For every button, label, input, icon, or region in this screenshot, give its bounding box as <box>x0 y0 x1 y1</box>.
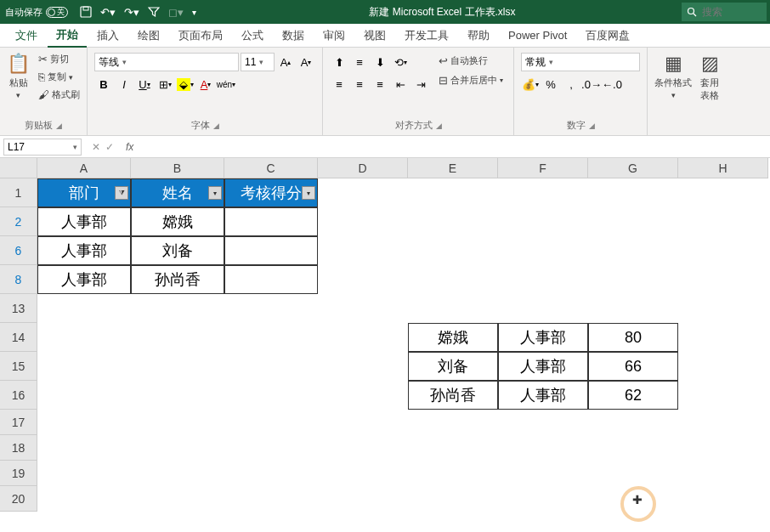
cell-B6[interactable]: 刘备 <box>131 236 224 265</box>
cell-A1[interactable]: 部门⧩ <box>37 178 131 207</box>
font-name-select[interactable]: 等线▾ <box>94 53 239 71</box>
row-header-19[interactable]: 19 <box>0 461 37 486</box>
align-top-button[interactable]: ⬆ <box>330 53 348 71</box>
cell-F16[interactable]: 人事部 <box>498 381 588 410</box>
tab-insert[interactable]: 插入 <box>88 25 127 47</box>
font-size-select[interactable]: 11▾ <box>241 53 275 71</box>
indent-inc-button[interactable]: ⇥ <box>411 75 430 93</box>
cell-E15[interactable]: 刘备 <box>408 352 498 381</box>
col-header-F[interactable]: F <box>498 158 588 178</box>
align-middle-button[interactable]: ≡ <box>350 53 369 71</box>
row-header-20[interactable]: 20 <box>0 486 37 512</box>
cell-E14[interactable]: 嫦娥 <box>408 323 498 352</box>
wrap-button[interactable]: ↩自动换行 <box>435 53 507 69</box>
align-launcher-icon[interactable]: ◢ <box>436 122 442 130</box>
col-header-B[interactable]: B <box>131 158 224 178</box>
bold-button[interactable]: B <box>94 75 113 93</box>
row-header-16[interactable]: 16 <box>0 381 37 410</box>
cond-format-button[interactable]: ▦条件格式▾ <box>651 51 695 101</box>
tab-home[interactable]: 开始 <box>48 24 87 48</box>
col-header-D[interactable]: D <box>318 158 408 178</box>
cell-B2[interactable]: 嫦娥 <box>131 207 224 236</box>
cell-A2[interactable]: 人事部 <box>37 207 131 236</box>
tab-review[interactable]: 审阅 <box>314 25 354 47</box>
italic-button[interactable]: I <box>115 75 133 93</box>
font-color-button[interactable]: A▾ <box>196 75 215 93</box>
cell-C1[interactable]: 考核得分▾ <box>224 178 318 207</box>
enter-icon[interactable]: ✓ <box>105 141 114 153</box>
painter-button[interactable]: 🖌格式刷 <box>35 87 83 103</box>
row-header-18[interactable]: 18 <box>0 435 37 461</box>
tab-baidu[interactable]: 百度网盘 <box>577 25 638 47</box>
cell-C6[interactable] <box>224 236 318 265</box>
row-header-14[interactable]: 14 <box>0 323 37 352</box>
tab-powerpivot[interactable]: Power Pivot <box>500 25 575 45</box>
border-button[interactable]: ⊞▾ <box>156 75 174 93</box>
cell-A8[interactable]: 人事部 <box>37 265 131 294</box>
increase-font-button[interactable]: A▴ <box>276 53 295 71</box>
search-box[interactable] <box>682 3 767 21</box>
col-header-G[interactable]: G <box>588 158 678 178</box>
tab-data[interactable]: 数据 <box>274 25 313 47</box>
comma-button[interactable]: , <box>562 75 580 93</box>
table-style-button[interactable]: ▨套用 表格 <box>697 51 722 104</box>
tab-draw[interactable]: 绘图 <box>129 25 168 47</box>
dec-decimal-button[interactable]: ←.0 <box>603 75 621 93</box>
row-header-8[interactable]: 8 <box>0 265 37 294</box>
merge-button[interactable]: ⊟合并后居中▾ <box>435 72 507 88</box>
font-launcher-icon[interactable]: ◢ <box>213 122 219 130</box>
copy-button[interactable]: ⎘复制▾ <box>35 69 83 85</box>
cell-G15[interactable]: 66 <box>588 352 678 381</box>
currency-button[interactable]: 💰▾ <box>521 75 540 93</box>
search-input[interactable] <box>702 6 753 18</box>
cell-B1[interactable]: 姓名▾ <box>131 178 224 207</box>
fill-color-button[interactable]: ⬙▾ <box>176 75 195 93</box>
tab-pagelayout[interactable]: 页面布局 <box>170 25 231 47</box>
cell-F14[interactable]: 人事部 <box>498 323 588 352</box>
shape-icon[interactable]: ◻▾ <box>168 6 184 19</box>
col-header-C[interactable]: C <box>224 158 318 178</box>
number-launcher-icon[interactable]: ◢ <box>589 122 595 130</box>
orientation-button[interactable]: ⟲▾ <box>391 53 410 71</box>
phonetic-button[interactable]: wén▾ <box>217 75 235 93</box>
fx-icon[interactable]: fx <box>121 141 139 153</box>
cell-E16[interactable]: 孙尚香 <box>408 381 498 410</box>
redo-icon[interactable]: ↷▾ <box>124 6 139 19</box>
cell-C2[interactable] <box>224 207 318 236</box>
qat-customize-icon[interactable]: ▾ <box>192 8 196 17</box>
cell-G16[interactable]: 62 <box>588 381 678 410</box>
cell-B8[interactable]: 孙尚香 <box>131 265 224 294</box>
row-header-6[interactable]: 6 <box>0 236 37 265</box>
formula-input[interactable] <box>139 139 770 156</box>
cell-C8[interactable] <box>224 265 318 294</box>
paste-button[interactable]: 📋 粘贴 ▾ <box>3 51 33 101</box>
filter-button[interactable]: ⧩ <box>115 186 128 200</box>
indent-dec-button[interactable]: ⇤ <box>391 75 410 93</box>
filter-button[interactable]: ▾ <box>302 186 315 200</box>
cell-A6[interactable]: 人事部 <box>37 236 131 265</box>
save-icon[interactable] <box>80 6 92 18</box>
align-center-button[interactable]: ≡ <box>350 75 369 93</box>
cell-F15[interactable]: 人事部 <box>498 352 588 381</box>
filter-button[interactable]: ▾ <box>208 186 222 200</box>
name-box[interactable]: L17▾ <box>3 139 82 156</box>
align-bottom-button[interactable]: ⬇ <box>371 53 389 71</box>
tab-help[interactable]: 帮助 <box>459 25 498 47</box>
col-header-H[interactable]: H <box>678 158 768 178</box>
col-header-A[interactable]: A <box>37 158 131 178</box>
row-header-15[interactable]: 15 <box>0 352 37 381</box>
cancel-icon[interactable]: ✕ <box>92 141 100 153</box>
number-format-select[interactable]: 常规▾ <box>521 53 640 71</box>
clipboard-launcher-icon[interactable]: ◢ <box>56 122 62 130</box>
undo-icon[interactable]: ↶▾ <box>100 6 116 19</box>
row-header-13[interactable]: 13 <box>0 294 37 323</box>
align-left-button[interactable]: ≡ <box>330 75 348 93</box>
underline-button[interactable]: U▾ <box>135 75 154 93</box>
row-header-17[interactable]: 17 <box>0 410 37 435</box>
cut-button[interactable]: ✂剪切 <box>35 51 83 67</box>
percent-button[interactable]: % <box>541 75 560 93</box>
inc-decimal-button[interactable]: .0→ <box>582 75 601 93</box>
row-header-2[interactable]: 2 <box>0 207 37 236</box>
select-all-corner[interactable] <box>0 158 37 178</box>
align-right-button[interactable]: ≡ <box>371 75 389 93</box>
